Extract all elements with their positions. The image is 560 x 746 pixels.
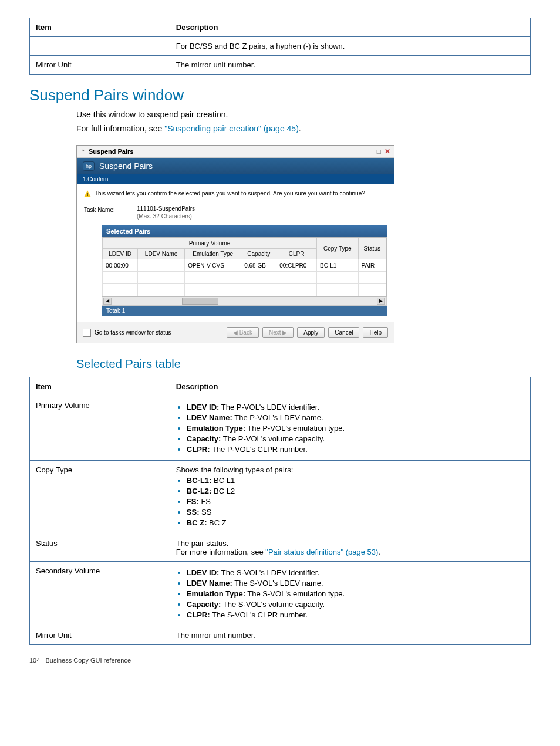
status-line2-prefix: For more information, see xyxy=(176,548,265,556)
cell-copy-type: BC-L1 xyxy=(317,259,359,272)
dialog-footer: Go to tasks window for status ◀ Back Nex… xyxy=(77,322,394,343)
apply-button[interactable]: Apply xyxy=(297,327,325,338)
list-item: LDEV Name: The S-VOL's LDEV name. xyxy=(187,579,524,588)
intro-prefix: For full information, see xyxy=(76,124,164,133)
table-row: Secondary Volume LDEV ID: The S-VOL's LD… xyxy=(30,562,531,626)
col-copy-type: Copy Type xyxy=(317,238,359,259)
cell-ldev-id: 00:00:00 xyxy=(103,259,138,272)
table-row: For BC/SS and BC Z pairs, a hyphen (-) i… xyxy=(30,37,531,56)
warning-text: This wizard lets you confirm the selecte… xyxy=(95,190,365,197)
list-item: Capacity: The S-VOL's volume capacity. xyxy=(187,600,524,609)
cell-status: PAIR xyxy=(358,259,386,272)
dialog-header-text: Suspend Pairs xyxy=(99,161,153,171)
col-capacity: Capacity xyxy=(241,249,276,259)
list-item: LDEV ID: The S-VOL's LDEV identifier. xyxy=(187,568,524,577)
cancel-button[interactable]: Cancel xyxy=(328,327,359,338)
task-name-label: Task Name: xyxy=(84,205,137,213)
cell-desc: The mirror unit number. xyxy=(170,626,530,645)
list-item: Capacity: The P-VOL's volume capacity. xyxy=(187,434,524,443)
cell-item: Copy Type xyxy=(30,461,170,534)
selected-pairs-description-table: Item Description Primary Volume LDEV ID:… xyxy=(29,377,531,645)
list-item: BC-L1: BC L1 xyxy=(187,476,524,485)
maximize-icon[interactable]: □ xyxy=(377,147,381,156)
scroll-left-icon[interactable]: ◀ xyxy=(103,298,112,305)
intro-suffix: . xyxy=(299,124,301,133)
cell-item: Mirror Unit xyxy=(30,56,170,75)
subsection-heading: Selected Pairs table xyxy=(76,357,531,371)
list-item: Emulation Type: The P-VOL's emulation ty… xyxy=(187,424,524,433)
hp-logo-icon: hp xyxy=(83,161,95,171)
cell-desc: The pair status. For more information, s… xyxy=(170,534,530,562)
col-clpr: CLPR xyxy=(276,249,317,259)
list-item: CLPR: The S-VOL's CLPR number. xyxy=(187,610,524,619)
cell-capacity: 0.68 GB xyxy=(241,259,276,272)
cell-desc: For BC/SS and BC Z pairs, a hyphen (-) i… xyxy=(170,37,530,56)
grid-row-empty xyxy=(103,284,386,296)
suspend-pairs-dialog: ⌃ Suspend Pairs □ ✕ hp Suspend Pairs 1.C… xyxy=(76,145,394,343)
page-footer: 104 Business Copy GUI reference xyxy=(29,657,531,664)
scroll-right-icon[interactable]: ▶ xyxy=(377,298,385,305)
scroll-thumb[interactable] xyxy=(182,298,218,305)
cell-item: Primary Volume xyxy=(30,396,170,461)
cell-desc: LDEV ID: The P-VOL's LDEV identifier. LD… xyxy=(170,396,530,461)
go-to-tasks-checkbox[interactable] xyxy=(83,329,91,337)
th-desc: Description xyxy=(170,377,530,396)
copy-type-intro: Shows the following types of pairs: xyxy=(176,465,293,474)
cell-emulation-type: OPEN-V CVS xyxy=(185,259,241,272)
table-row: Copy Type Shows the following types of p… xyxy=(30,461,531,534)
cell-item: Status xyxy=(30,534,170,562)
task-name-value[interactable]: 111101-SuspendPairs xyxy=(137,205,195,212)
horizontal-scrollbar[interactable]: ◀ ▶ xyxy=(102,297,387,306)
list-item: LDEV Name: The P-VOL's LDEV name. xyxy=(187,413,524,422)
selected-pairs-grid: Primary Volume Copy Type Status LDEV ID … xyxy=(102,237,387,297)
grid-total: Total: 1 xyxy=(102,306,387,316)
dialog-titlebar: ⌃ Suspend Pairs □ ✕ xyxy=(77,146,394,158)
intro-text-1: Use this window to suspend pair creation… xyxy=(76,109,531,121)
cell-item: Mirror Unit xyxy=(30,626,170,645)
table-row: Primary Volume LDEV ID: The P-VOL's LDEV… xyxy=(30,396,531,461)
th-item: Item xyxy=(30,18,170,37)
intro-text-2: For full information, see "Suspending pa… xyxy=(76,123,531,135)
help-button[interactable]: Help xyxy=(363,327,388,338)
dialog-header: hp Suspend Pairs xyxy=(77,158,394,174)
col-emulation-type: Emulation Type xyxy=(185,249,241,259)
chapter-name: Business Copy GUI reference xyxy=(46,657,131,664)
cell-clpr: 00:CLPR0 xyxy=(276,259,317,272)
cell-item: Secondary Volume xyxy=(30,562,170,626)
list-item: SS: SS xyxy=(187,508,524,517)
col-ldev-name: LDEV Name xyxy=(138,249,185,259)
cell-desc: The mirror unit number. xyxy=(170,56,530,75)
page-number: 104 xyxy=(29,657,40,664)
top-table: Item Description For BC/SS and BC Z pair… xyxy=(29,18,531,75)
grid-row-empty xyxy=(103,272,386,284)
selected-pairs-header: Selected Pairs xyxy=(102,225,387,237)
task-name-max: (Max. 32 Characters) xyxy=(137,213,195,220)
dialog-title: Suspend Pairs xyxy=(89,148,377,155)
close-icon[interactable]: ✕ xyxy=(384,147,390,156)
go-to-tasks-label: Go to tasks window for status xyxy=(95,329,171,336)
wizard-step: 1.Confirm xyxy=(77,174,394,184)
table-row: Mirror Unit The mirror unit number. xyxy=(30,56,531,75)
list-item: FS: FS xyxy=(187,497,524,506)
col-status: Status xyxy=(358,238,386,259)
list-item: BC Z: BC Z xyxy=(187,518,524,527)
grid-row[interactable]: 00:00:00 OPEN-V CVS 0.68 GB 00:CLPR0 BC-… xyxy=(103,259,386,272)
intro-link[interactable]: "Suspending pair creation" (page 45) xyxy=(164,124,299,133)
th-desc: Description xyxy=(170,18,530,37)
task-name-row: Task Name: 111101-SuspendPairs (Max. 32 … xyxy=(84,205,387,220)
next-button[interactable]: Next ▶ xyxy=(262,327,294,338)
table-row: Mirror Unit The mirror unit number. xyxy=(30,626,531,645)
list-item: CLPR: The P-VOL's CLPR number. xyxy=(187,445,524,454)
cell-desc: LDEV ID: The S-VOL's LDEV identifier. LD… xyxy=(170,562,530,626)
status-line2-suffix: . xyxy=(378,548,380,556)
section-heading: Suspend Pairs window xyxy=(29,86,531,104)
table-row: Status The pair status. For more informa… xyxy=(30,534,531,562)
status-link[interactable]: "Pair status definitions" (page 53) xyxy=(265,548,378,556)
list-item: Emulation Type: The S-VOL's emulation ty… xyxy=(187,589,524,598)
cell-desc: Shows the following types of pairs: BC-L… xyxy=(170,461,530,534)
col-ldev-id: LDEV ID xyxy=(103,249,138,259)
back-button[interactable]: ◀ Back xyxy=(227,327,259,338)
col-primary-volume: Primary Volume xyxy=(103,238,317,249)
collapse-icon[interactable]: ⌃ xyxy=(80,148,85,155)
th-item: Item xyxy=(30,377,170,396)
